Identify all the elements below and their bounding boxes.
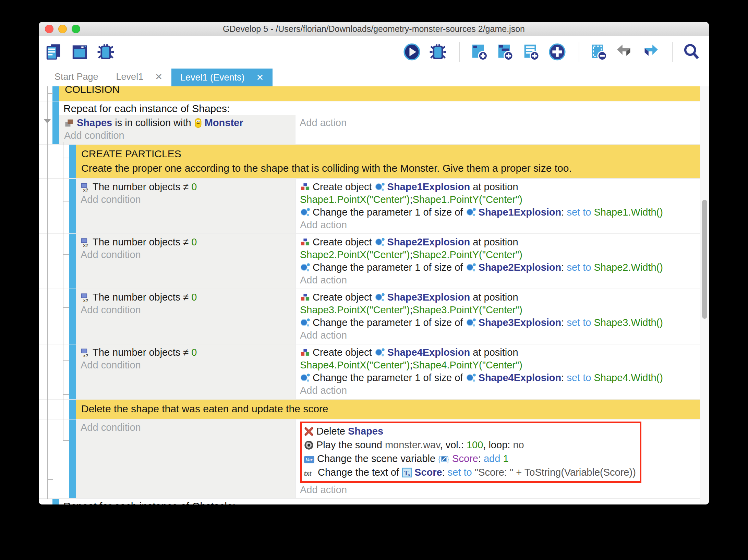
- tree-guide: [63, 440, 69, 441]
- event-row[interactable]: Add conditionDelete ShapesPlay the sound…: [39, 419, 700, 499]
- event-drag-bar[interactable]: [52, 499, 59, 504]
- conditions-column[interactable]: x?The number objects ≠ 0Add condition: [76, 234, 295, 289]
- remove-instruction-button[interactable]: [589, 41, 610, 62]
- event-row[interactable]: Repeat for each instance of Shapes:Shape…: [39, 101, 700, 145]
- event-drag-bar[interactable]: [69, 344, 76, 399]
- add-action-link[interactable]: Add action: [300, 384, 691, 397]
- event-drag-bar[interactable]: [69, 289, 76, 344]
- window-button[interactable]: [70, 41, 92, 62]
- comment-body[interactable]: Delete the shape that was eaten and upda…: [76, 400, 700, 419]
- instruction-text: ;: [410, 194, 412, 205]
- add-condition-link[interactable]: Add condition: [81, 248, 290, 261]
- undo-button[interactable]: [615, 41, 636, 62]
- add-condition-link[interactable]: Add condition: [81, 304, 290, 316]
- add-action-link[interactable]: Add action: [300, 117, 691, 129]
- collapse-triangle[interactable]: [44, 119, 51, 123]
- event-drag-bar[interactable]: [69, 234, 76, 289]
- add-comment-button[interactable]: [522, 41, 543, 62]
- conditions-column[interactable]: Shapes is in collision with MonsterAdd c…: [59, 115, 295, 144]
- add-subevent-button[interactable]: [496, 41, 517, 62]
- conditions-column[interactable]: Add condition: [76, 419, 295, 498]
- tab-level1-events[interactable]: Level1 (Events)✕: [171, 69, 273, 86]
- add-action-link[interactable]: Add action: [300, 329, 691, 342]
- add-condition-link[interactable]: Add condition: [64, 129, 290, 142]
- action-instruction[interactable]: Change the parameter 1 of size of Shape1…: [300, 206, 691, 219]
- action-instruction[interactable]: Create object Shape2Explosion at positio…: [300, 236, 691, 261]
- event-drag-bar[interactable]: [52, 101, 59, 144]
- repeat-event-title[interactable]: Repeat for each instance of Shapes:: [59, 101, 700, 115]
- tree-guide: [63, 202, 69, 202]
- condition-instruction[interactable]: x?The number objects ≠ 0: [81, 346, 290, 359]
- comment-row[interactable]: CREATE PARTICLESCreate the proper one ac…: [39, 145, 700, 179]
- instruction-text: no: [513, 439, 524, 450]
- action-instruction[interactable]: Play the sound monster.wav, vol.: 100, l…: [304, 438, 636, 452]
- actions-column[interactable]: Create object Shape4Explosion at positio…: [295, 344, 700, 399]
- action-instruction[interactable]: Create object Shape3Explosion at positio…: [300, 291, 691, 316]
- conditions-column[interactable]: x?The number objects ≠ 0Add condition: [76, 344, 295, 399]
- event-drag-bar[interactable]: [69, 179, 76, 233]
- event-row[interactable]: x?The number objects ≠ 0Add conditionCre…: [39, 234, 700, 289]
- action-instruction[interactable]: Change the parameter 1 of size of Shape3…: [300, 316, 691, 329]
- add-circle-button[interactable]: [548, 41, 569, 62]
- comment-body[interactable]: CREATE PARTICLESCreate the proper one ac…: [76, 145, 700, 178]
- actions-column[interactable]: Create object Shape2Explosion at positio…: [295, 234, 700, 289]
- add-condition-link[interactable]: Add condition: [81, 193, 290, 206]
- close-icon[interactable]: ✕: [155, 72, 162, 82]
- close-icon[interactable]: ✕: [256, 72, 264, 83]
- comment-row[interactable]: Delete the shape that was eaten and upda…: [39, 400, 700, 419]
- action-instruction[interactable]: Change the parameter 1 of size of Shape4…: [300, 372, 691, 384]
- monster-icon: [194, 118, 202, 128]
- action-instruction[interactable]: Change the parameter 1 of size of Shape2…: [300, 261, 691, 274]
- debug-button[interactable]: [96, 41, 118, 62]
- pages-button[interactable]: [44, 41, 65, 62]
- event-drag-bar[interactable]: [69, 400, 76, 419]
- actions-column[interactable]: Create object Shape3Explosion at positio…: [295, 289, 700, 344]
- actions-column[interactable]: Delete ShapesPlay the sound monster.wav,…: [295, 419, 700, 498]
- redo-button[interactable]: [641, 41, 662, 62]
- event-row[interactable]: Repeat for each instance of Obstacle:Obs…: [39, 499, 700, 504]
- tab-level1[interactable]: Level1✕: [107, 67, 171, 86]
- actions-column[interactable]: Add action: [295, 115, 700, 144]
- svg-text:{: {: [438, 455, 441, 463]
- add-action-link[interactable]: Add action: [300, 274, 691, 287]
- event-drag-bar[interactable]: [69, 419, 76, 498]
- event-row[interactable]: x?The number objects ≠ 0Add conditionCre…: [39, 179, 700, 234]
- action-instruction[interactable]: txtChange the text of TxScore: set to "S…: [304, 465, 636, 479]
- condition-instruction[interactable]: x?The number objects ≠ 0: [81, 291, 290, 304]
- instruction-text: The number objects ≠: [93, 347, 191, 358]
- add-event-button[interactable]: [470, 41, 491, 62]
- condition-instruction[interactable]: x?The number objects ≠ 0: [81, 236, 290, 248]
- repeat-event-title[interactable]: Repeat for each instance of Obstacle:: [59, 499, 700, 504]
- action-instruction[interactable]: Delete Shapes: [304, 424, 636, 438]
- create-icon: [300, 182, 310, 192]
- comment-body[interactable]: COLLISION: [59, 86, 700, 101]
- conditions-column[interactable]: x?The number objects ≠ 0Add condition: [76, 289, 295, 344]
- debug-button[interactable]: [429, 41, 450, 62]
- action-instruction[interactable]: VarChange the scene variable {}Score: ad…: [304, 452, 636, 465]
- scrollbar-thumb[interactable]: [702, 200, 707, 319]
- actions-column[interactable]: Create object Shape1Explosion at positio…: [295, 179, 700, 233]
- add-condition-link[interactable]: Add condition: [81, 359, 290, 372]
- action-instruction[interactable]: Create object Shape1Explosion at positio…: [300, 181, 691, 206]
- condition-instruction[interactable]: x?The number objects ≠ 0: [81, 181, 290, 193]
- svg-text:x?: x?: [83, 298, 88, 303]
- add-action-link[interactable]: Add action: [300, 484, 691, 496]
- tab-start-page[interactable]: Start Page: [46, 67, 107, 86]
- add-action-link[interactable]: Add action: [300, 219, 691, 231]
- event-drag-bar[interactable]: [69, 145, 76, 178]
- action-instruction[interactable]: Create object Shape4Explosion at positio…: [300, 346, 691, 372]
- comment-row[interactable]: COLLISION: [39, 86, 700, 101]
- search-button[interactable]: [682, 41, 703, 62]
- play-button[interactable]: [402, 41, 424, 62]
- particle-icon: [466, 318, 476, 328]
- scrollbar-track[interactable]: [700, 86, 709, 504]
- title-bar[interactable]: GDevelop 5 - /Users/florian/Downloads/ge…: [39, 22, 709, 36]
- condition-instruction[interactable]: Shapes is in collision with Monster: [64, 117, 290, 129]
- event-row[interactable]: x?The number objects ≠ 0Add conditionCre…: [39, 289, 700, 344]
- add-condition-link[interactable]: Add condition: [81, 421, 290, 434]
- event-drag-bar[interactable]: [52, 86, 59, 101]
- toolbar-separator: [579, 42, 579, 62]
- event-row[interactable]: x?The number objects ≠ 0Add conditionCre…: [39, 344, 700, 400]
- conditions-column[interactable]: x?The number objects ≠ 0Add condition: [76, 179, 295, 233]
- toolbar-separator: [672, 42, 673, 62]
